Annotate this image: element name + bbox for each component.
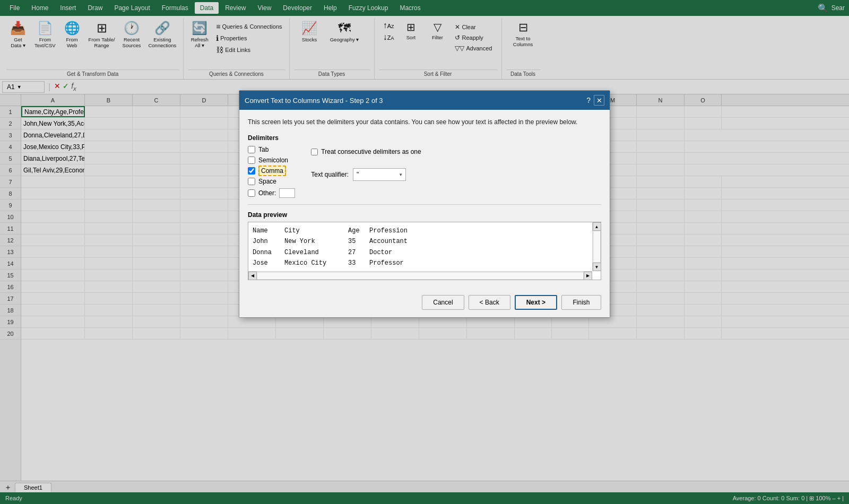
other-input[interactable] (279, 188, 295, 198)
divider (248, 204, 601, 205)
preview-cell-2-0: Donna (253, 247, 284, 258)
scroll-right-btn[interactable]: ▶ (584, 272, 592, 280)
preview-cell-2-2: 27 (348, 247, 369, 258)
comma-highlight: Comma (258, 166, 286, 176)
dialog: Convert Text to Columns Wizard - Step 2 … (239, 90, 610, 318)
preview-cell-0-2: Age (348, 225, 369, 236)
comma-label[interactable]: Comma (258, 167, 286, 175)
next-button[interactable]: Next > (515, 295, 557, 310)
preview-cell-3-0: Jose (253, 258, 284, 268)
text-qualifier-select[interactable]: " ' {none} (353, 168, 406, 181)
preview-cell-3-2: 33 (348, 258, 369, 268)
treat-consecutive-row: Treat consecutive delimiters as one (311, 148, 421, 155)
preview-row-2: DonnaCleveland27Doctor (253, 247, 596, 258)
other-checkbox[interactable] (248, 189, 255, 197)
tab-checkbox[interactable] (248, 146, 255, 153)
dialog-close-button[interactable]: ✕ (594, 95, 604, 106)
delimiters-row: Tab Semicolon Comma Space (248, 146, 601, 198)
delimiters-section-title: Delimiters (248, 134, 601, 142)
preview-row-3: JoseMexico City33Professor (253, 258, 596, 268)
treat-consecutive-checkbox[interactable] (311, 149, 318, 155)
dialog-help-button[interactable]: ? (586, 96, 591, 105)
semicolon-checkbox-row: Semicolon (248, 157, 295, 164)
preview-cell-1-1: New York (284, 236, 348, 247)
dialog-overlay: Convert Text to Columns Wizard - Step 2 … (0, 0, 849, 504)
comma-checkbox[interactable] (248, 167, 255, 175)
dialog-title: Convert Text to Columns Wizard - Step 2 … (245, 97, 383, 105)
cancel-button[interactable]: Cancel (422, 295, 464, 310)
space-checkbox-row: Space (248, 178, 295, 185)
preview-cell-3-3: Professor (369, 258, 433, 268)
scroll-left-btn[interactable]: ◀ (248, 272, 257, 280)
preview-row-0: NameCityAgeProfession (253, 225, 596, 236)
semicolon-checkbox[interactable] (248, 157, 255, 164)
scroll-track-h[interactable] (257, 272, 584, 280)
tab-checkbox-row: Tab (248, 146, 295, 153)
scroll-track-v[interactable] (593, 231, 601, 263)
dialog-footer: Cancel < Back Next > Finish (239, 290, 610, 317)
scroll-down-btn[interactable]: ▼ (593, 263, 601, 271)
preview-cell-1-2: 35 (348, 236, 369, 247)
tab-label[interactable]: Tab (258, 146, 268, 153)
other-label[interactable]: Other: (258, 189, 276, 197)
preview-scroll-h[interactable]: ◀ ▶ (248, 271, 592, 280)
other-checkbox-row: Other: (248, 188, 295, 198)
preview-scroll-v[interactable]: ▲ ▼ (592, 222, 601, 271)
dialog-title-icons: ? ✕ (586, 95, 604, 106)
dialog-body: This screen lets you set the delimiters … (239, 110, 610, 290)
space-checkbox[interactable] (248, 178, 255, 185)
data-preview-box: NameCityAgeProfessionJohnNew York35Accou… (248, 222, 601, 280)
finish-button[interactable]: Finish (561, 295, 601, 310)
back-button[interactable]: < Back (469, 295, 510, 310)
semicolon-label[interactable]: Semicolon (258, 157, 288, 164)
treat-consecutive-label[interactable]: Treat consecutive delimiters as one (321, 148, 421, 155)
preview-cell-1-0: John (253, 236, 284, 247)
data-preview-title: Data preview (248, 211, 601, 219)
preview-cell-1-3: Accountant (369, 236, 433, 247)
text-qualifier-row: Text qualifier: " ' {none} (311, 168, 421, 181)
preview-cell-0-3: Profession (369, 225, 433, 236)
delimiters-col: Tab Semicolon Comma Space (248, 146, 295, 198)
qualifier-col: Treat consecutive delimiters as one Text… (311, 146, 421, 198)
space-label[interactable]: Space (258, 178, 276, 185)
dialog-title-bar: Convert Text to Columns Wizard - Step 2 … (239, 91, 610, 110)
dialog-description: This screen lets you set the delimiters … (248, 117, 601, 127)
preview-cell-0-1: City (284, 225, 348, 236)
text-qualifier-select-wrapper: " ' {none} (353, 168, 406, 181)
preview-cell-0-0: Name (253, 225, 284, 236)
text-qualifier-label: Text qualifier: (311, 171, 349, 178)
preview-cell-2-3: Doctor (369, 247, 433, 258)
scroll-up-btn[interactable]: ▲ (593, 222, 601, 231)
comma-checkbox-row: Comma (248, 167, 295, 175)
preview-cell-3-1: Mexico City (284, 258, 348, 268)
preview-cell-2-1: Cleveland (284, 247, 348, 258)
preview-row-1: JohnNew York35Accountant (253, 236, 596, 247)
